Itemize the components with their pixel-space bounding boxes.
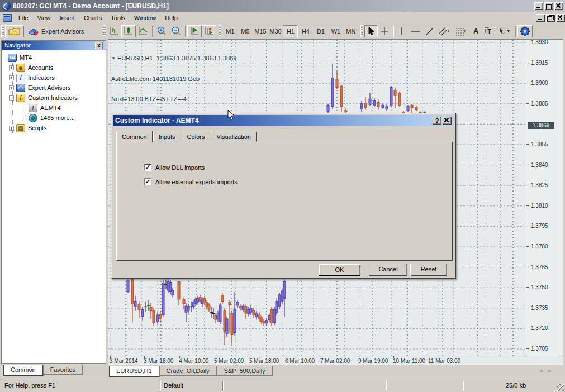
price-label: 1.3750 bbox=[531, 284, 548, 290]
tree-item-expert-advisors[interactable]: +◠Expert Advisors bbox=[2, 83, 106, 93]
timeframe-m1[interactable]: M1 bbox=[222, 25, 238, 37]
profiles-button[interactable] bbox=[5, 25, 24, 37]
dialog-tab-visualization[interactable]: Visualization bbox=[211, 132, 257, 142]
reset-button[interactable]: Reset bbox=[410, 264, 447, 276]
menu-charts[interactable]: Charts bbox=[79, 13, 106, 22]
window-close-button[interactable] bbox=[554, 2, 563, 10]
trendline-tool-button[interactable] bbox=[423, 25, 436, 37]
tree-item-custom-indicators[interactable]: -fCustom Indicators bbox=[2, 93, 106, 103]
tree-expander[interactable]: + bbox=[9, 126, 14, 131]
tree-item-accounts[interactable]: +☻Accounts bbox=[2, 63, 106, 73]
tree-item-1465-more-[interactable]: ◍1465 more... bbox=[2, 113, 106, 123]
child-close-button[interactable] bbox=[556, 14, 565, 22]
dialog-close-button[interactable] bbox=[443, 117, 452, 125]
dialog-tab-inputs[interactable]: Inputs bbox=[153, 132, 181, 142]
text-tool-button[interactable]: A bbox=[469, 25, 483, 37]
chart-window-icon[interactable] bbox=[3, 14, 12, 22]
dialog-tab-common[interactable]: Common bbox=[116, 131, 153, 142]
toolbar-grip[interactable] bbox=[103, 25, 106, 37]
menu-window[interactable]: Window bbox=[130, 13, 160, 22]
toolbar-grip[interactable] bbox=[1, 25, 4, 37]
navigator-close-icon[interactable]: x bbox=[95, 42, 103, 49]
text-label-tool-button[interactable]: T bbox=[483, 25, 496, 37]
status-profile[interactable]: Default bbox=[164, 382, 183, 389]
vertical-line-tool-button[interactable] bbox=[395, 25, 409, 37]
line-chart-button[interactable] bbox=[136, 25, 150, 37]
chart-ohlc-line: EURUSD,H1 1.3863 1.3875 1.3863 1.3869 bbox=[117, 55, 236, 61]
tree-item-mt4[interactable]: M4MT4 bbox=[2, 52, 106, 63]
checkbox-allow-dll-imports[interactable]: ✓ bbox=[144, 164, 151, 171]
dialog-help-button[interactable]: ? bbox=[433, 117, 441, 125]
tree-expander[interactable]: + bbox=[9, 75, 14, 80]
price-tick bbox=[526, 185, 529, 185]
tab-scroll-arrows[interactable]: ◄► bbox=[538, 368, 557, 374]
toolbar: Expert Advisors M1M5M15M30H1H4D1W1MN E bbox=[0, 23, 565, 39]
menu-file[interactable]: File bbox=[14, 13, 33, 22]
price-tick bbox=[526, 144, 529, 145]
time-tick bbox=[144, 356, 145, 358]
dialog-titlebar[interactable]: Custom Indicator - AEMT4 ? bbox=[113, 115, 454, 126]
toolbar-grip[interactable] bbox=[360, 25, 363, 37]
timeframe-h4[interactable]: H4 bbox=[298, 25, 313, 37]
chart-dropdown-icon[interactable]: ▼ bbox=[111, 56, 116, 61]
zoom-in-icon[interactable] bbox=[154, 25, 169, 37]
zoom-out-icon[interactable] bbox=[169, 25, 183, 37]
chart-shift-button[interactable] bbox=[202, 25, 216, 37]
toolbar-grip[interactable] bbox=[219, 25, 221, 37]
resize-grip[interactable] bbox=[557, 384, 564, 391]
time-label: 10 Mar 11:00 bbox=[393, 358, 425, 364]
expert-advisors-label: Expert Advisors bbox=[41, 28, 84, 35]
nav-tab-common[interactable]: Common bbox=[3, 365, 43, 376]
menu-help[interactable]: Help bbox=[160, 13, 182, 22]
crosshair-tool-button[interactable] bbox=[378, 25, 391, 37]
chart-tab-s-p-500-daily[interactable]: S&P_500,Daily bbox=[217, 366, 273, 376]
expert-advisors-button[interactable]: Expert Advisors bbox=[26, 25, 86, 37]
timeframe-m5[interactable]: M5 bbox=[238, 25, 253, 37]
fibonacci-tool-button[interactable]: F bbox=[453, 25, 469, 37]
checkbox-label: Allow external experts imports bbox=[155, 179, 238, 185]
timeframe-m30[interactable]: M30 bbox=[268, 25, 283, 37]
menu-view[interactable]: View bbox=[33, 13, 55, 22]
navigator-titlebar[interactable]: Navigator x bbox=[2, 41, 106, 50]
price-tick bbox=[526, 287, 529, 288]
timeframe-h1[interactable]: H1 bbox=[283, 25, 298, 37]
nav-tab-favorites[interactable]: Favorites bbox=[43, 365, 83, 375]
child-minimize-button[interactable] bbox=[536, 14, 545, 22]
tree-expander[interactable]: + bbox=[9, 85, 14, 90]
indicators-gear-button[interactable] bbox=[517, 25, 533, 37]
timeframe-m15[interactable]: M15 bbox=[253, 25, 268, 37]
time-label: 3 Mar 18:00 bbox=[144, 358, 173, 364]
timeframe-d1[interactable]: D1 bbox=[313, 25, 328, 37]
window-maximize-button[interactable] bbox=[544, 2, 553, 10]
tree-expander[interactable]: - bbox=[9, 95, 14, 101]
cancel-button[interactable]: Cancel bbox=[369, 264, 407, 276]
scroll-right-icon: ► bbox=[548, 368, 557, 374]
chart-tab-eurusd-h1[interactable]: EURUSD,H1 bbox=[109, 366, 159, 377]
menu-insert[interactable]: Insert bbox=[55, 13, 79, 22]
bar-chart-button[interactable] bbox=[107, 25, 121, 37]
status-traffic: 25/0 kb bbox=[506, 382, 526, 389]
arrows-tool-button[interactable]: ▾ bbox=[496, 25, 512, 37]
timeframe-w1[interactable]: W1 bbox=[328, 25, 343, 37]
window-minimize-button[interactable] bbox=[534, 2, 543, 10]
menu-tools[interactable]: Tools bbox=[106, 13, 130, 22]
equidistant-channel-tool-button[interactable]: E bbox=[436, 25, 453, 37]
time-label: 5 Mar 02:00 bbox=[214, 358, 244, 364]
tree-item-aemt4[interactable]: fAEMT4 bbox=[2, 103, 106, 113]
auto-scroll-button[interactable] bbox=[187, 25, 202, 37]
tree-expander[interactable]: + bbox=[9, 65, 14, 70]
ok-button[interactable]: OK bbox=[319, 264, 360, 276]
checkbox-label: Allow DLL imports bbox=[155, 164, 205, 171]
cursor-tool-button[interactable] bbox=[364, 25, 378, 37]
candlestick-button[interactable] bbox=[121, 25, 136, 37]
chart-tab-crude-oil-daily[interactable]: Crude_Oil,Daily bbox=[159, 366, 217, 376]
timeframe-mn[interactable]: MN bbox=[343, 25, 358, 37]
tree-item-scripts[interactable]: +▤Scripts bbox=[2, 123, 106, 133]
checkbox-allow-external-experts[interactable]: ✓ bbox=[144, 178, 151, 185]
dialog-tab-colors[interactable]: Colors bbox=[182, 132, 211, 142]
horizontal-line-tool-button[interactable] bbox=[409, 25, 423, 37]
chart-comment-line1: AstroElite.com 1401131019 Geo bbox=[111, 75, 236, 82]
tree-item-indicators[interactable]: +fIndicators bbox=[2, 73, 106, 83]
child-restore-button[interactable] bbox=[546, 14, 555, 22]
scripts-icon: ▤ bbox=[16, 124, 25, 132]
